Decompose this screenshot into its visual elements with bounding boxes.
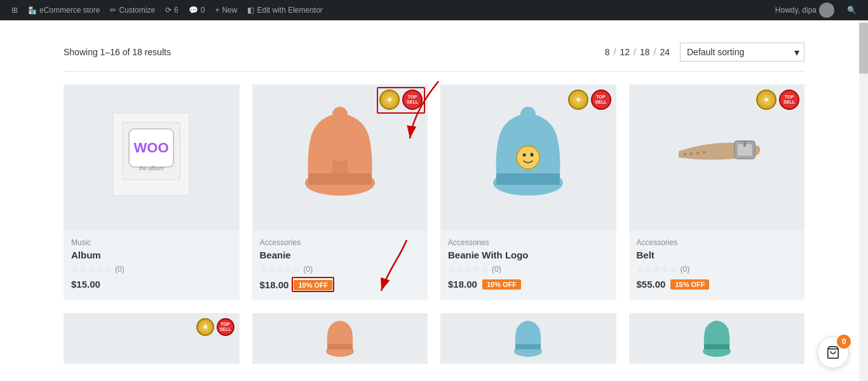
per-page-18[interactable]: 18 — [640, 47, 650, 57]
per-page-8[interactable]: 8 — [605, 47, 610, 57]
discount-badge: 15% OFF — [670, 279, 709, 290]
badge-icons: ★ TOPSELL — [379, 90, 423, 110]
product-image-area[interactable] — [440, 313, 616, 364]
product-card — [629, 313, 805, 364]
sorting-select[interactable]: Default sorting Sort by popularity Sort … — [680, 43, 804, 62]
star-row: ☆☆☆☆☆ (0) — [448, 264, 609, 274]
beanie-blue-small — [509, 316, 547, 361]
star-rating: ☆☆☆☆☆ — [448, 264, 489, 274]
teal-item-small — [698, 316, 736, 361]
per-page-12[interactable]: 12 — [620, 47, 630, 57]
product-category: Accessories — [260, 238, 421, 247]
gold-badge-icon: ★ — [196, 318, 214, 336]
top-seller-badge-icon: TOPSELL — [591, 90, 611, 110]
top-seller-badge-icon: TOPSELL — [217, 318, 234, 336]
product-card — [252, 313, 428, 364]
beanie-orange-image — [289, 100, 391, 215]
howdy-item[interactable]: Howdy, dipa — [770, 3, 839, 18]
main-content: Showing 1–16 of 18 results 8 / 12 / 18 /… — [0, 20, 868, 377]
svg-point-23 — [684, 153, 686, 156]
product-price: $18.00 — [448, 279, 477, 290]
product-image-area[interactable]: WOO the album — [64, 84, 240, 231]
product-card: ★ TOPSELL — [629, 84, 805, 300]
price-row: $18.00 10% OFF — [260, 279, 421, 290]
product-name[interactable]: Album — [71, 250, 232, 260]
star-rating: ☆☆☆☆☆ — [637, 264, 678, 274]
beanie-blue-image — [477, 100, 579, 215]
product-category: Music — [71, 238, 232, 247]
elementor-icon: ◧ — [247, 6, 254, 15]
svg-point-16 — [520, 107, 536, 122]
product-image-area[interactable]: ★ TOPSELL — [252, 84, 428, 231]
updates-item[interactable]: ⟳ 6 — [160, 0, 184, 20]
scrollbar-track[interactable] — [859, 20, 868, 381]
product-name[interactable]: Belt — [637, 250, 797, 260]
star-row: ☆☆☆☆☆ (0) — [637, 264, 797, 274]
pagination-links: 8 / 12 / 18 / 24 — [605, 47, 670, 57]
product-card: ★ TOPSELL — [440, 84, 616, 300]
product-card: ★ TOPSELL — [252, 84, 428, 300]
avatar — [819, 3, 834, 18]
svg-rect-29 — [704, 344, 729, 349]
gold-badge-icon: ★ — [568, 90, 588, 110]
product-name[interactable]: Beanie — [260, 250, 421, 260]
results-bar: Showing 1–16 of 18 results 8 / 12 / 18 /… — [64, 33, 804, 72]
album-image: WOO the album — [100, 100, 202, 215]
product-price: $15.00 — [71, 279, 100, 290]
star-rating: ☆☆☆☆☆ — [71, 264, 112, 274]
svg-point-14 — [523, 154, 526, 157]
svg-point-20 — [703, 151, 705, 154]
pencil-icon: ✏ — [110, 6, 116, 15]
site-name-label: eCommerce store — [39, 6, 100, 15]
product-image-area[interactable] — [629, 313, 805, 364]
customize-label: Customize — [119, 6, 155, 15]
product-info: Accessories Beanie ☆☆☆☆☆ (0) $18.00 10% … — [252, 231, 428, 300]
star-rating: ☆☆☆☆☆ — [260, 264, 301, 274]
product-grid: WOO the album Music Album ☆☆☆☆☆ (0) $15.… — [64, 84, 804, 300]
discount-badge: 10% OFF — [482, 279, 521, 290]
rating-count: (0) — [492, 265, 501, 274]
svg-rect-8 — [308, 173, 372, 185]
badge-icons: ★ TOPSELL — [196, 318, 234, 336]
comments-item[interactable]: 💬 0 — [184, 0, 210, 20]
scrollbar-thumb[interactable] — [859, 23, 868, 74]
results-text: Showing 1–16 of 18 results — [64, 47, 171, 57]
star-row: ☆☆☆☆☆ (0) — [260, 264, 421, 274]
cart-button[interactable]: 0 — [817, 337, 849, 368]
top-seller-badge-icon: TOPSELL — [402, 90, 423, 110]
comments-count: 0 — [201, 6, 205, 15]
edit-label: Edit with Elementor — [257, 6, 322, 15]
search-admin-item[interactable]: 🔍 — [842, 6, 862, 15]
cart-count: 0 — [837, 335, 851, 349]
product-image-area[interactable]: ★ TOPSELL — [629, 84, 805, 231]
rating-count: (0) — [681, 265, 690, 274]
howdy-label: Howdy, dipa — [775, 6, 817, 15]
sort-wrapper: Default sorting Sort by popularity Sort … — [680, 43, 804, 62]
cart-icon — [826, 345, 840, 359]
wp-logo-item[interactable]: ⊞ — [6, 0, 23, 20]
belt-image — [666, 100, 768, 215]
customize-item[interactable]: ✏ Customize — [105, 0, 160, 20]
wp-logo-icon: ⊞ — [11, 6, 18, 15]
edit-elementor-item[interactable]: ◧ Edit with Elementor — [242, 0, 327, 20]
new-item[interactable]: + New — [210, 0, 242, 20]
product-image-area[interactable]: ★ TOPSELL — [64, 313, 240, 364]
admin-bar: ⊞ 🏪 eCommerce store ✏ Customize ⟳ 6 💬 0 … — [0, 0, 868, 20]
gold-badge-icon: ★ — [756, 90, 776, 110]
top-seller-badge-icon: TOPSELL — [779, 90, 799, 110]
product-image-area[interactable]: ★ TOPSELL — [440, 84, 616, 231]
product-name[interactable]: Beanie With Logo — [448, 250, 609, 260]
rating-count: (0) — [115, 265, 125, 274]
star-row: ☆☆☆☆☆ (0) — [71, 264, 232, 274]
discount-badge: 10% OFF — [294, 280, 332, 290]
product-image-area[interactable] — [252, 313, 428, 364]
per-page-24[interactable]: 24 — [660, 47, 670, 57]
svg-point-21 — [696, 152, 699, 154]
svg-rect-27 — [515, 344, 541, 349]
product-category: Accessories — [448, 238, 609, 247]
product-category: Accessories — [637, 238, 797, 247]
site-name-item[interactable]: 🏪 eCommerce store — [23, 0, 105, 20]
price-row: $18.00 10% OFF — [448, 279, 609, 290]
gold-badge-icon: ★ — [379, 90, 400, 110]
svg-point-22 — [690, 152, 693, 155]
